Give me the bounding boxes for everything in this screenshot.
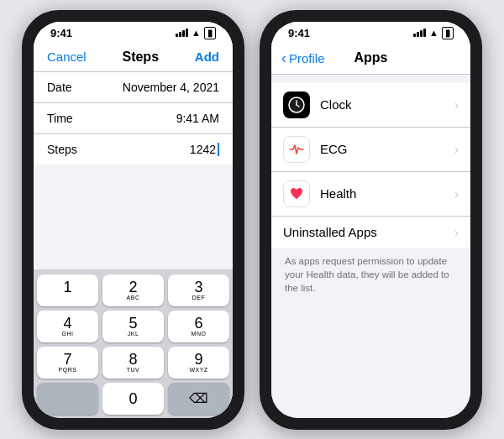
health-app-icon	[283, 180, 310, 207]
footer-text: As apps request permission to update you…	[271, 248, 470, 301]
date-label: Date	[47, 81, 72, 94]
chevron-right-uninstalled: ›	[454, 225, 459, 239]
key-1[interactable]: 1	[37, 274, 98, 306]
battery-icon-2: ▮	[442, 27, 454, 39]
chevron-right-health: ›	[454, 186, 459, 201]
time-label: Time	[47, 112, 73, 125]
signal-icon-2	[413, 29, 426, 37]
wifi-icon-2: ▲	[429, 28, 438, 38]
chevron-right-clock: ›	[454, 97, 459, 112]
status-icons-1: ▲ ▮	[176, 27, 216, 39]
form-section: Date November 4, 2021 Time 9:41 AM Steps…	[34, 72, 233, 165]
clock-label: Clock	[320, 97, 444, 112]
ecg-label: ECG	[320, 142, 444, 156]
chevron-left-icon: ‹	[281, 50, 286, 67]
key-row-1: 1 2 ABC 3 DEF	[37, 274, 229, 306]
key-2[interactable]: 2 ABC	[102, 274, 164, 306]
nav-title-2: Apps	[354, 50, 388, 65]
ecg-app-icon	[283, 136, 310, 163]
signal-icon	[176, 29, 188, 37]
health-label: Health	[320, 186, 444, 201]
key-3[interactable]: 3 DEF	[168, 274, 229, 306]
time-value: 9:41 AM	[176, 112, 219, 125]
phone-1-screen: 9:41 ▲ ▮ Cancel Steps Add Date Nove	[34, 22, 233, 418]
nav-title-1: Steps	[122, 50, 159, 65]
empty-space-2	[271, 301, 470, 418]
status-time-1: 9:41	[50, 27, 72, 39]
status-bar-2: 9:41 ▲ ▮	[271, 22, 470, 43]
cancel-button[interactable]: Cancel	[47, 50, 87, 64]
key-row-4: 0 ⌫	[37, 383, 229, 415]
status-bar-1: 9:41 ▲ ▮	[34, 22, 233, 43]
key-backspace[interactable]: ⌫	[168, 383, 229, 415]
list-item-clock[interactable]: Clock ›	[271, 83, 470, 128]
numeric-keyboard: 1 2 ABC 3 DEF 4 GHI 5	[34, 269, 233, 418]
empty-space-1	[34, 165, 233, 269]
chevron-right-ecg: ›	[454, 142, 459, 156]
form-row-steps: Steps 1242	[34, 134, 233, 165]
nav-bar-2: ‹ Profile Apps	[271, 43, 470, 75]
form-row-time: Time 9:41 AM	[34, 103, 233, 134]
key-empty	[37, 383, 98, 415]
clock-app-icon	[283, 91, 310, 118]
key-6[interactable]: 6 MNO	[168, 311, 229, 342]
key-row-2: 4 GHI 5 JKL 6 MNO	[37, 311, 229, 342]
key-4[interactable]: 4 GHI	[37, 311, 98, 342]
date-value: November 4, 2021	[123, 81, 219, 94]
nav-bar-1: Cancel Steps Add	[34, 43, 233, 72]
apps-list: Clock › ECG › Health	[271, 83, 470, 248]
key-9[interactable]: 9 WXYZ	[168, 347, 229, 379]
key-row-3: 7 PQRS 8 TUV 9 WXYZ	[37, 347, 229, 379]
key-7[interactable]: 7 PQRS	[37, 347, 98, 379]
battery-icon: ▮	[204, 27, 216, 39]
backspace-icon: ⌫	[189, 390, 208, 406]
status-time-2: 9:41	[288, 27, 310, 39]
back-label: Profile	[289, 51, 325, 65]
list-item-uninstalled[interactable]: Uninstalled Apps ›	[271, 217, 470, 248]
back-button[interactable]: ‹ Profile	[281, 50, 325, 67]
phone-1: 9:41 ▲ ▮ Cancel Steps Add Date Nove	[22, 10, 244, 430]
form-row-date: Date November 4, 2021	[34, 72, 233, 103]
phone-2: 9:41 ▲ ▮ ‹ Profile Apps	[260, 10, 482, 430]
status-icons-2: ▲ ▮	[413, 27, 454, 39]
key-0[interactable]: 0	[102, 383, 164, 415]
steps-value[interactable]: 1242	[190, 143, 219, 156]
wifi-icon: ▲	[192, 28, 201, 38]
phone-2-screen: 9:41 ▲ ▮ ‹ Profile Apps	[271, 22, 470, 418]
key-5[interactable]: 5 JKL	[102, 311, 164, 342]
key-8[interactable]: 8 TUV	[102, 347, 164, 379]
list-item-health[interactable]: Health ›	[271, 172, 470, 217]
add-button[interactable]: Add	[195, 50, 219, 64]
list-item-ecg[interactable]: ECG ›	[271, 128, 470, 172]
uninstalled-label: Uninstalled Apps	[283, 225, 444, 239]
steps-label: Steps	[47, 143, 77, 156]
